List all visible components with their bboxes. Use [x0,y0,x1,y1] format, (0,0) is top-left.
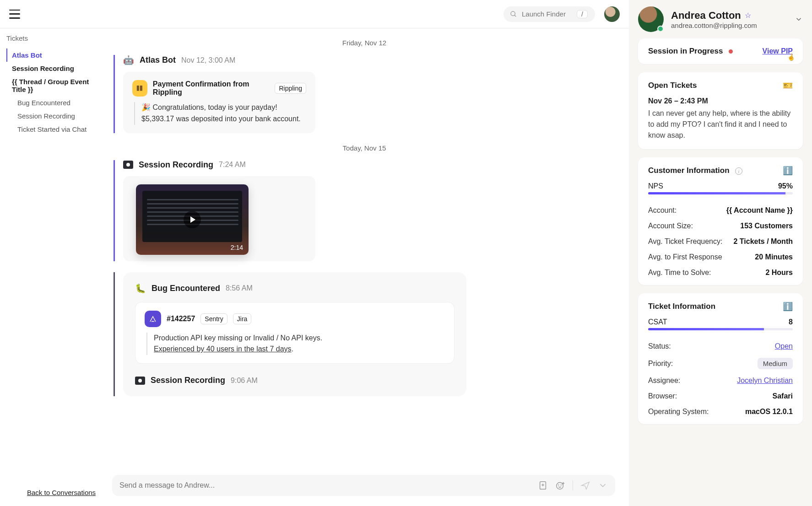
date-divider: Friday, Nov 12 [114,39,615,47]
thread-title: Session Recording [139,160,213,170]
bug-line: Production API key missing or Invalid / … [154,333,445,344]
recording-icon [135,377,145,385]
card-title: Payment Confirmation from Rippling [153,80,270,97]
presence-indicator [657,26,664,32]
kv-key: Priority: [648,360,673,368]
bug-id: #142257 [167,315,195,323]
sidebar-title: Tickets [6,34,108,42]
customer-info-title: Customer Information [648,166,730,175]
kv-key: Avg. to First Response [648,253,722,261]
kv-value: macOS 12.0.1 [745,408,793,416]
card-line: $5,393.17 was deposited into your bank a… [141,113,306,125]
divider [573,480,573,490]
live-indicator [729,49,733,54]
info-icon[interactable]: i [735,167,742,175]
thread-time: 7:24 AM [219,161,246,169]
sidebar-item-atlas-bot[interactable]: Atlas Bot [6,48,108,62]
kv-key: Operating System: [648,408,709,416]
sidebar-item-ticket-chat[interactable]: Ticket Started via Chat [6,123,108,136]
session-video-thumbnail[interactable]: 2:14 [136,184,249,255]
kv-key: Account Size: [648,222,693,230]
current-user-avatar[interactable] [604,6,620,22]
emoji-icon[interactable] [555,480,565,490]
profile-email: andrea.cotton@rippling.com [671,22,757,29]
sentry-chip[interactable]: Sentry [200,313,227,324]
card-line: 🎉 Congratulations, today is your payday! [141,102,306,113]
message-composer[interactable] [112,475,615,496]
kv-key: Assignee: [648,377,680,385]
sidebar-item-session-recording[interactable]: Session Recording [6,62,108,75]
csat-value: 8 [789,318,793,326]
svg-point-0 [511,11,515,16]
thread-time: Nov 12, 3:00 AM [181,56,235,65]
video-duration: 2:14 [231,244,243,251]
rippling-chip: Rippling [275,83,306,94]
info-emoji-icon: ℹ️ [783,166,793,176]
chevron-down-icon[interactable] [598,480,608,490]
kv-value: {{ Account Name }} [726,206,793,215]
kv-key: Browser: [648,392,677,400]
status-link[interactable]: Open [775,342,793,350]
kv-value: 153 Customers [740,222,793,230]
search-input[interactable] [522,10,572,18]
kv-key: Account: [648,206,677,215]
sentry-icon [145,311,161,327]
ticket-body: I can never get any help, where is the a… [648,108,793,141]
bug-icon: 🐛 [135,283,146,294]
thread-title: Session Recording [151,376,225,385]
kv-value: 20 Minutes [755,253,793,261]
kv-key: Avg. Ticket Frequency: [648,237,722,246]
open-tickets-title: Open Tickets [648,81,697,90]
recording-icon [123,161,133,169]
kv-key: Status: [648,342,671,350]
ticket-icon: 🎫 [783,81,793,91]
launch-finder[interactable]: / [503,6,595,22]
payment-card[interactable]: ⦀⦀ Payment Confirmation from Rippling Ri… [123,72,315,133]
thread-time: 8:56 AM [226,284,253,292]
chevron-down-icon[interactable] [795,15,803,23]
thread-title: Atlas Bot [140,55,176,65]
svg-line-1 [514,15,516,16]
send-icon[interactable] [580,480,590,490]
bug-card[interactable]: #142257 Sentry Jira Production API key m… [135,302,455,364]
profile-name: Andrea Cotton [671,10,741,22]
robot-icon: 🤖 [123,55,134,65]
date-divider: Today, Nov 15 [114,144,615,152]
composer-input[interactable] [119,481,538,490]
svg-point-6 [558,485,559,485]
kv-value: 2 Tickets / Month [733,237,793,246]
kv-value: Safari [773,392,793,400]
csat-label: CSAT [648,318,667,326]
back-to-conversations-link[interactable]: Back to Conversations [6,489,96,496]
sidebar-item-session-recording-2[interactable]: Session Recording [6,109,108,123]
session-title: Session in Progress [648,47,723,55]
ticket-info-title: Ticket Information [648,302,715,311]
profile-avatar[interactable] [638,6,664,32]
svg-point-7 [561,485,561,485]
view-pip-link[interactable]: View PIP [763,47,793,55]
thread-time: 9:06 AM [231,377,258,385]
bug-affected-link[interactable]: Experienced by 40 users in the last 7 da… [154,345,292,353]
priority-badge: Medium [758,358,793,369]
rippling-icon: ⦀⦀ [132,80,147,97]
kv-key: Avg. Time to Solve: [648,269,711,277]
sidebar-item-bug-encountered[interactable]: Bug Encountered [6,96,108,109]
attach-file-icon[interactable] [538,480,548,490]
play-icon [184,211,201,228]
jira-chip[interactable]: Jira [233,313,252,324]
search-icon [510,11,517,18]
star-icon[interactable]: ☆ [745,11,751,20]
thread-title: Bug Encountered [152,284,220,293]
nps-label: NPS [648,182,663,190]
search-shortcut: / [577,10,588,18]
nps-value: 95% [778,182,793,190]
kv-value: 2 Hours [765,269,793,277]
ticket-timestamp: Nov 26 – 2:43 PM [648,97,793,105]
info-emoji-icon: ℹ️ [783,301,793,312]
sidebar-item-thread-title[interactable]: {{ Thread / Group Event Title }} [6,75,108,96]
menu-button[interactable] [9,10,20,19]
assignee-link[interactable]: Jocelyn Christian [737,377,793,385]
